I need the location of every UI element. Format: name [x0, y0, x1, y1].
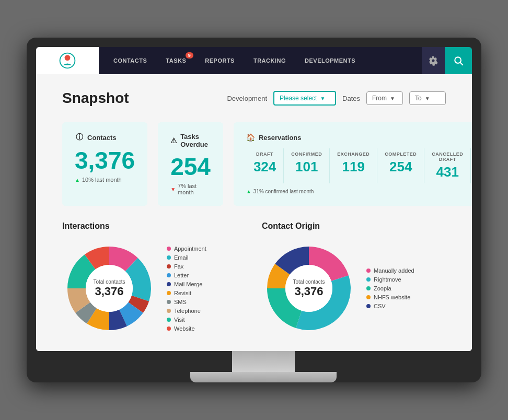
interactions-total-value: 3,376	[93, 285, 125, 298]
from-select[interactable]: From ▼	[366, 91, 403, 105]
legend-label: Website	[174, 325, 195, 332]
tasks-label: ⚠ Tasks Overdue	[170, 133, 211, 148]
nav-contacts[interactable]: CONTACTS	[104, 47, 156, 74]
legend-item: Appointment	[167, 246, 206, 252]
legend-label: Manually added	[374, 267, 414, 274]
res-stat-value: 324	[253, 159, 276, 175]
logo-icon	[58, 51, 77, 70]
legend-dot	[366, 286, 371, 290]
svg-line-3	[460, 63, 463, 65]
search-button[interactable]	[445, 47, 472, 74]
legend-dot	[167, 264, 171, 269]
navbar: CONTACTS TASKS 9 REPORTS TRACKING DEVELO…	[36, 47, 472, 74]
nav-tasks[interactable]: TASKS 9	[156, 47, 195, 74]
reservations-card: 🏠 Reservations DRAFT 324 CONFIRMED 101 E…	[234, 122, 472, 206]
logo-area	[36, 47, 99, 74]
legend-dot	[167, 326, 171, 331]
legend-dot	[167, 318, 171, 322]
chevron-down-icon: ▼	[320, 96, 325, 101]
legend-item: Website	[167, 325, 206, 332]
res-stat-item: COMPLETED 254	[377, 148, 424, 183]
contact-origin-legend: Manually added Rightmove Zoopla NHFS web…	[366, 267, 414, 309]
res-stat-label: COMPLETED	[385, 151, 417, 157]
stand-base	[190, 372, 337, 382]
contact-origin-donut-label: Total contacts 3,376	[293, 279, 325, 298]
search-icon	[453, 55, 464, 66]
tasks-badge: 9	[186, 52, 194, 59]
legend-item: Zoopla	[366, 285, 414, 291]
page-title: Snapshot	[62, 90, 227, 107]
nav-developments[interactable]: DEVELOPMENTS	[295, 47, 365, 74]
legend-dot	[167, 255, 171, 260]
reservations-footer: ▲ 31% confirmed last month	[246, 189, 472, 194]
tasks-icon: ⚠	[170, 136, 177, 145]
res-stat-label: CANCELLED DRAFT	[432, 151, 463, 162]
legend-label: Zoopla	[374, 285, 391, 291]
res-stat-value: 101	[291, 159, 322, 175]
nav-reports[interactable]: REPORTS	[195, 47, 244, 74]
interactions-donut-label: Total contacts 3,376	[93, 279, 125, 298]
nav-links: CONTACTS TASKS 9 REPORTS TRACKING DEVELO…	[99, 47, 422, 74]
interactions-chart-card: Interactions Total contacts 3,376 Appoin…	[62, 221, 246, 335]
res-stat-item: CANCELLED DRAFT 431	[424, 148, 471, 183]
contacts-sub: ▲ 10% last month	[75, 177, 135, 183]
res-stat-label: CONFIRMED	[291, 151, 322, 157]
dates-label: Dates	[342, 95, 360, 102]
res-stat-value: 254	[385, 159, 417, 175]
res-stat-value: 431	[432, 164, 463, 180]
gear-icon	[428, 55, 438, 66]
legend-dot	[167, 273, 171, 277]
legend-dot	[366, 295, 371, 299]
to-select[interactable]: To ▼	[409, 91, 446, 105]
contact-origin-chart-card: Contact Origin Total contacts 3,376 Manu…	[262, 221, 446, 335]
res-stat-item: EXCHANGED 119	[330, 148, 377, 183]
interactions-title: Interactions	[62, 221, 246, 231]
legend-item: SMS	[167, 299, 206, 305]
development-select[interactable]: Please select ▼	[273, 91, 336, 106]
legend-item: Telephone	[167, 308, 206, 314]
settings-button[interactable]	[422, 47, 445, 74]
legend-label: Letter	[174, 272, 189, 278]
legend-dot	[167, 309, 171, 313]
legend-label: Fax	[174, 263, 183, 270]
snapshot-header: Snapshot Development Please select ▼ Dat…	[62, 90, 446, 107]
res-stat-value: 119	[337, 159, 370, 175]
contacts-value: 3,376	[75, 148, 135, 172]
interactions-chart-area: Total contacts 3,376 Appointment Email F…	[62, 241, 246, 335]
legend-item: Letter	[167, 272, 206, 278]
tasks-card: ⚠ Tasks Overdue 254 ▼ 7% last month	[158, 122, 223, 206]
legend-dot	[366, 269, 371, 273]
main-content: Snapshot Development Please select ▼ Dat…	[36, 74, 472, 351]
charts-row: Interactions Total contacts 3,376 Appoin…	[62, 221, 446, 335]
contacts-card: ⓘ Contacts 3,376 ▲ 10% last month	[62, 122, 147, 206]
res-stat-label: DRAFT	[253, 151, 276, 157]
trend-up-icon: ▲	[75, 177, 80, 183]
legend-item: Email	[167, 254, 206, 261]
legend-label: Visit	[174, 317, 185, 323]
trend-down-icon: ▼	[170, 186, 176, 192]
legend-label: NHFS website	[374, 294, 410, 300]
nav-tracking[interactable]: TRACKING	[244, 47, 295, 74]
nav-right	[422, 47, 472, 74]
legend-dot	[167, 300, 171, 304]
stats-row: ⓘ Contacts 3,376 ▲ 10% last month ⚠ Task…	[62, 122, 446, 206]
legend-dot	[167, 247, 171, 251]
origin-total-label: Total contacts	[293, 279, 325, 285]
legend-dot	[366, 304, 371, 308]
legend-dot	[167, 291, 171, 295]
legend-label: Mail Merge	[174, 281, 202, 287]
interactions-legend: Appointment Email Fax Letter Mail Merge …	[167, 246, 206, 332]
chevron-down-icon: ▼	[390, 96, 395, 101]
legend-item: Revisit	[167, 290, 206, 296]
legend-label: SMS	[174, 299, 187, 305]
contact-origin-chart-area: Total contacts 3,376 Manually added Righ…	[262, 241, 446, 335]
filter-row: Development Please select ▼ Dates From ▼…	[227, 91, 446, 106]
reservations-stats: DRAFT 324 CONFIRMED 101 EXCHANGED 119 CO…	[246, 148, 472, 183]
legend-label: Telephone	[174, 308, 201, 314]
reservations-label: 🏠 Reservations	[246, 133, 472, 142]
legend-label: Rightmove	[374, 276, 401, 283]
legend-label: CSV	[374, 303, 386, 309]
res-stat-label: EXCHANGED	[337, 151, 370, 157]
interactions-total-label: Total contacts	[93, 279, 125, 285]
trend-up-icon: ▲	[246, 189, 251, 194]
